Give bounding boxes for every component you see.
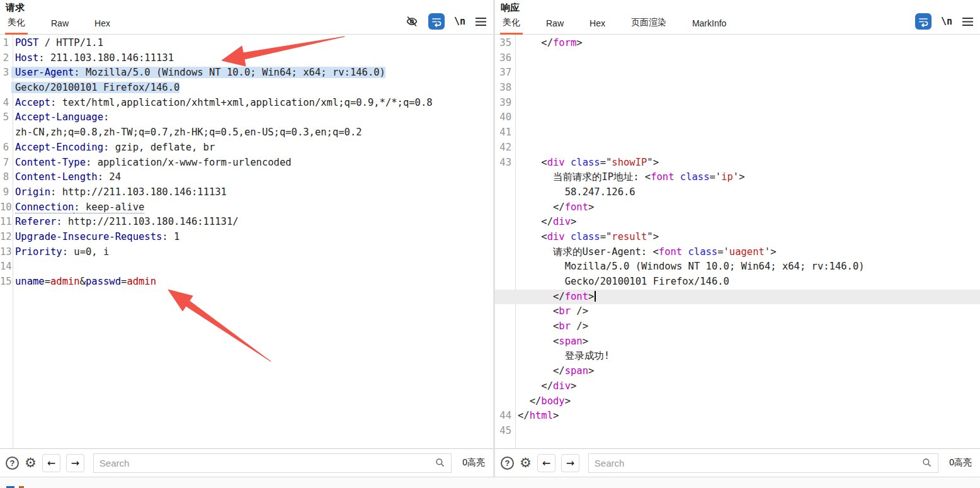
line-number: 3 — [0, 65, 11, 81]
code-text: POST / HTTP/1.1 — [11, 37, 103, 48]
menu-icon[interactable] — [962, 17, 974, 26]
tab-Raw[interactable]: Raw — [545, 16, 565, 34]
code-text — [514, 127, 518, 138]
code-text: <br /> — [514, 305, 588, 317]
tab-页面渲染[interactable]: 页面渲染 — [630, 14, 668, 34]
tab-MarkInfo[interactable]: MarkInfo — [691, 16, 727, 34]
word-wrap-toggle-icon[interactable] — [428, 13, 445, 30]
request-editor-tools: \n — [405, 13, 487, 34]
code-text: Content-Type: application/x-www-form-url… — [11, 157, 292, 168]
menu-icon[interactable] — [475, 17, 487, 26]
code-text: Accept: text/html,application/xhtml+xml,… — [11, 97, 433, 108]
response-editor[interactable]: 35 </form>3637383940414243 <div class="s… — [495, 35, 980, 448]
code-row: 45 — [495, 424, 980, 439]
code-row: </body> — [495, 394, 980, 409]
help-icon[interactable]: ? — [501, 457, 514, 470]
response-panel: 响应 美化RawHex页面渲染MarkInfo \n — [495, 0, 980, 477]
code-text: 请求的User-Agent: <font class='uagent'> — [514, 246, 777, 258]
tab-Hex[interactable]: Hex — [588, 16, 607, 34]
code-text: zh-CN,zh;q=0.8,zh-TW;q=0.7,zh-HK;q=0.5,e… — [11, 127, 362, 138]
code-row: </span> — [495, 364, 980, 379]
tab-Raw[interactable]: Raw — [50, 16, 70, 34]
line-number: 42 — [495, 140, 514, 156]
code-text: Content-Length: 24 — [11, 171, 121, 183]
code-text: 当前请求的IP地址: <font class='ip'> — [514, 171, 745, 183]
find-previous-button[interactable]: ← — [537, 454, 556, 472]
request-response-view: 请求 美化RawHex \n — [0, 0, 980, 477]
code-row: 35 </form> — [495, 36, 980, 51]
response-editor-tools: \n — [915, 13, 974, 34]
code-row: 14 — [0, 259, 493, 275]
line-number: 44 — [495, 409, 514, 424]
line-number: 45 — [495, 424, 514, 439]
code-row: 登录成功! — [495, 349, 980, 364]
search-magnifier-icon[interactable] — [435, 458, 445, 468]
response-panel-title: 响应 — [495, 0, 980, 15]
line-number: 15 — [0, 275, 11, 290]
code-text: <div class="showIP"> — [514, 157, 659, 168]
code-text: </span> — [514, 365, 594, 377]
code-text: Accept-Encoding: gzip, deflate, br — [11, 142, 215, 153]
code-text — [514, 97, 518, 108]
response-tabbar: 美化RawHex页面渲染MarkInfo \n — [495, 15, 980, 35]
code-row: 9Origin: http://211.103.180.146:11131 — [0, 185, 493, 200]
code-row: <br /> — [495, 319, 980, 334]
line-number: 14 — [0, 259, 11, 275]
code-row: 39 — [495, 96, 980, 111]
request-findbar: ? ⚙ ← → 0高亮 — [0, 448, 493, 477]
code-text: 登录成功! — [514, 350, 610, 361]
find-next-button[interactable]: → — [66, 454, 84, 472]
code-row: </div> — [495, 379, 980, 394]
line-number: 40 — [495, 110, 514, 125]
tab-Hex[interactable]: Hex — [93, 16, 111, 34]
code-text: <span> — [514, 336, 588, 347]
find-previous-button[interactable]: ← — [42, 454, 60, 472]
line-number: 1 — [0, 36, 11, 51]
code-row: </font> — [495, 290, 980, 305]
code-text: <br /> — [514, 321, 588, 332]
code-row: zh-CN,zh;q=0.8,zh-TW;q=0.7,zh-HK;q=0.5,e… — [0, 125, 493, 140]
code-row: 1POST / HTTP/1.1 — [0, 36, 493, 51]
code-text: <div class="result"> — [514, 231, 659, 242]
code-row: 15uname=admin&passwd=admin — [0, 275, 493, 290]
code-text: </font> — [514, 291, 596, 302]
request-editor[interactable]: 1POST / HTTP/1.12Host: 211.103.180.146:1… — [0, 35, 493, 448]
line-number: 8 — [0, 170, 11, 185]
code-text — [514, 82, 518, 93]
text-cursor — [595, 291, 596, 302]
tab-美化[interactable]: 美化 — [501, 14, 521, 34]
code-row: 37 — [495, 65, 980, 81]
line-number: 7 — [0, 156, 11, 171]
word-wrap-toggle-icon[interactable] — [915, 13, 932, 30]
code-text: </div> — [514, 216, 576, 227]
line-number: 38 — [495, 81, 514, 96]
newline-toggle-icon[interactable]: \n — [454, 16, 465, 27]
hide-highlight-eye-off-icon[interactable] — [405, 14, 419, 28]
code-text: User-Agent: Mozilla/5.0 (Windows NT 10.0… — [11, 67, 385, 78]
code-text: Gecko/20100101 Firefox/146.0 — [514, 276, 729, 287]
code-row: 43 <div class="showIP"> — [495, 156, 980, 171]
code-row: 4Accept: text/html,application/xhtml+xml… — [0, 96, 493, 111]
code-row: 10Connection: keep-alive — [0, 200, 493, 215]
code-text: Origin: http://211.103.180.146:11131 — [11, 186, 227, 198]
line-number: 43 — [495, 156, 514, 171]
line-number: 36 — [495, 51, 514, 66]
code-row: 44</html> — [495, 409, 980, 424]
code-row: 5Accept-Language: — [0, 110, 493, 125]
newline-toggle-icon[interactable]: \n — [941, 16, 952, 27]
request-search-input[interactable] — [100, 458, 435, 468]
settings-gear-icon[interactable]: ⚙ — [25, 457, 37, 470]
request-code-rows: 1POST / HTTP/1.12Host: 211.103.180.146:1… — [0, 36, 493, 290]
code-row: 40 — [495, 110, 980, 125]
response-search-input[interactable] — [595, 458, 922, 468]
help-icon[interactable]: ? — [6, 457, 19, 470]
request-highlight-count: 0高亮 — [462, 457, 485, 468]
tab-美化[interactable]: 美化 — [6, 14, 26, 34]
find-next-button[interactable]: → — [561, 454, 579, 472]
code-text: uname=admin&passwd=admin — [11, 276, 156, 287]
response-code-rows: 35 </form>3637383940414243 <div class="s… — [495, 36, 980, 439]
code-text — [514, 142, 518, 153]
code-row: 8Content-Length: 24 — [0, 170, 493, 185]
search-magnifier-icon[interactable] — [922, 458, 932, 468]
settings-gear-icon[interactable]: ⚙ — [520, 457, 532, 470]
